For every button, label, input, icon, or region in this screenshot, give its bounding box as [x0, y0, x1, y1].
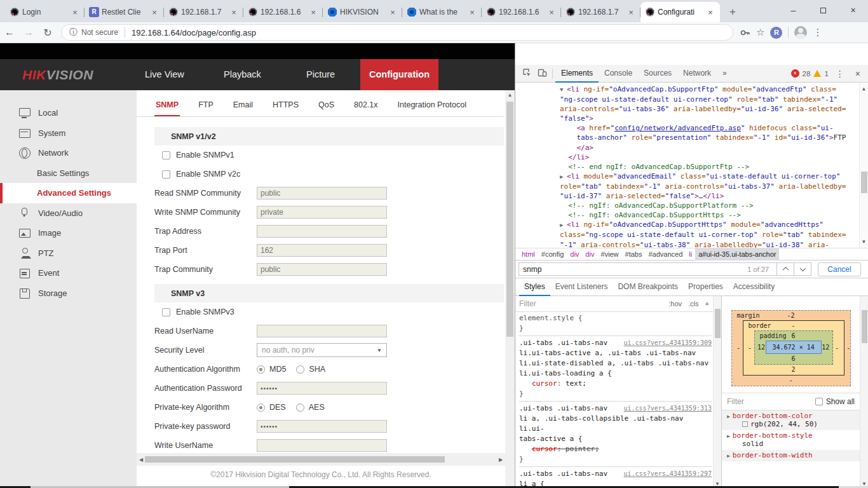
code-line[interactable]: </li>	[560, 152, 858, 162]
css-line[interactable]: ui.css?vers…4341359:309.ui-tabs .ui-tabs…	[519, 336, 712, 348]
minimize-button[interactable]: –	[778, 0, 808, 20]
breadcrumb-item[interactable]: #view	[597, 248, 621, 261]
content-tab[interactable]: FTP	[197, 100, 215, 116]
show-all-checkbox[interactable]	[815, 398, 823, 405]
code-line[interactable]: "ui-id-37" aria-selected="false">…</li>	[560, 191, 858, 201]
code-line[interactable]: <!-- ngIf: oAdvancedCap.bSupportPlatform…	[560, 201, 858, 210]
nav-live-view[interactable]: Live View	[145, 59, 184, 90]
warning-badge-icon[interactable]	[813, 70, 821, 77]
hov-toggle[interactable]: :hov	[668, 300, 682, 308]
enable-snmpv1-checkbox[interactable]	[162, 151, 170, 159]
new-style-rule-button[interactable]: +	[705, 300, 709, 308]
sidebar-item[interactable]: PTZ	[0, 243, 137, 264]
tab-close-icon[interactable]: ×	[705, 8, 715, 17]
breadcrumb-item[interactable]: html	[519, 248, 538, 261]
inspect-element-icon[interactable]	[519, 68, 534, 79]
browser-tab[interactable]: HIKVISION ×	[323, 2, 402, 22]
content-tab[interactable]: 802.1x	[353, 100, 379, 116]
sidebar-item[interactable]: Video/Audio	[0, 203, 137, 224]
styles-filter-input[interactable]: Filter	[519, 299, 668, 308]
devtools-tab[interactable]: Console	[599, 65, 638, 83]
disclosure-arrow-icon[interactable]: ▶	[727, 433, 730, 439]
field-input[interactable]	[257, 225, 387, 238]
css-line[interactable]: cursor: text;	[519, 379, 712, 389]
maximize-button[interactable]	[808, 0, 838, 20]
devtools-menu-icon[interactable]: ⋮	[832, 69, 848, 79]
horizontal-scroll-thumb[interactable]	[145, 456, 445, 463]
field-input[interactable]	[257, 244, 387, 257]
privkey-aes-radio[interactable]	[296, 403, 304, 412]
code-line[interactable]: class="ng-scope ui-state-default ui-corn…	[560, 230, 858, 240]
devtools-close-icon[interactable]: ×	[851, 69, 864, 79]
device-toolbar-icon[interactable]	[534, 68, 550, 79]
nav-picture[interactable]: Picture	[306, 59, 335, 90]
write-username-input[interactable]	[257, 439, 387, 452]
css-line[interactable]: element.style {	[519, 313, 712, 323]
sidebar-item[interactable]: System	[0, 123, 137, 144]
css-line[interactable]: ui.css?vers…4341359:297.ui-tabs .ui-tabs…	[519, 466, 712, 479]
auth-sha-radio[interactable]	[296, 365, 304, 374]
computed-scroll-thumb[interactable]	[862, 310, 867, 343]
code-line[interactable]: ▶<li ng-if="oAdvancedCap.bSupportHttps" …	[560, 220, 858, 230]
breadcrumb-item[interactable]: li	[686, 248, 695, 261]
security-chip[interactable]: ⓘ Not secure	[69, 27, 118, 38]
search-next-button[interactable]	[794, 262, 811, 276]
code-line[interactable]: "-1" aria-controls="ui-tabs-38" aria-lab…	[560, 240, 858, 248]
devtools-tab[interactable]: Sources	[638, 65, 677, 83]
css-line[interactable]: li.ui-tabs-active a, .ui-tabs .ui-tabs-n…	[519, 348, 712, 358]
computed-filter-input[interactable]: Filter	[727, 397, 815, 406]
browser-tab[interactable]: 192.168.1.7 ×	[561, 2, 641, 22]
scroll-down-icon[interactable]: ▼	[860, 237, 868, 247]
code-line[interactable]: <a href="config/network/advancedFtp.asp"…	[560, 123, 858, 133]
code-line[interactable]: </a>	[560, 143, 858, 152]
css-line[interactable]: }	[519, 454, 712, 464]
box-model-diagram[interactable]: margin-2 - border- - padding6	[731, 310, 851, 386]
styles-scrollbar[interactable]: ▼	[713, 296, 721, 488]
auth-password-input[interactable]	[257, 382, 387, 395]
content-tab[interactable]: SNMP	[154, 100, 180, 116]
tab-close-icon[interactable]: ×	[388, 8, 398, 17]
elements-tree[interactable]: ▼<li ng-if="oAdvancedCap.bSupportFtp" mo…	[515, 83, 868, 248]
tab-close-icon[interactable]: ×	[467, 8, 477, 17]
content-tab[interactable]: Email	[232, 100, 254, 116]
privkey-password-input[interactable]	[257, 420, 387, 433]
code-line[interactable]: aria-controls="ui-tabs-36" aria-labelled…	[560, 104, 858, 114]
browser-tab[interactable]: What is the ×	[402, 2, 482, 22]
sidebar-pane-tab[interactable]: Event Listeners	[550, 278, 613, 296]
css-line[interactable]: }	[519, 389, 712, 399]
devtools-tab[interactable]: »	[717, 65, 733, 83]
key-icon[interactable]	[740, 27, 750, 38]
bookmark-star-icon[interactable]: ☆	[756, 27, 764, 38]
sidebar-item[interactable]: Basic Settings	[0, 163, 137, 184]
enable-snmpv3-checkbox[interactable]	[162, 308, 170, 316]
code-line[interactable]: tabs-anchor" role="presentation" tabinde…	[560, 133, 858, 142]
code-line[interactable]: ▶<li module="advancedEmail" class="ui-st…	[560, 172, 858, 182]
breadcrumb-item[interactable]: #tabs	[622, 248, 646, 261]
styles-scroll-thumb[interactable]	[715, 309, 721, 338]
tab-close-icon[interactable]: ×	[308, 8, 318, 17]
extension-avatar[interactable]: R	[770, 27, 782, 39]
code-line[interactable]: "ng-scope ui-state-default ui-corner-top…	[560, 95, 858, 104]
code-line[interactable]: role="tab" tabindex="-1" aria-controls="…	[560, 182, 858, 191]
scroll-left-icon[interactable]: ◀	[137, 457, 146, 463]
search-previous-button[interactable]	[777, 262, 794, 276]
disclosure-arrow-icon[interactable]: ▶	[727, 453, 730, 459]
browser-tab[interactable]: Login ×	[5, 2, 85, 22]
sidebar-pane-tab[interactable]: Properties	[683, 278, 728, 296]
nav-configuration[interactable]: Configuration	[360, 59, 438, 90]
browser-tab[interactable]: Configurati ×	[641, 2, 720, 22]
sidebar-item[interactable]: Network	[0, 143, 137, 163]
devtools-tab[interactable]: Network	[677, 65, 717, 83]
browser-tab[interactable]: 192.168.1.6 ×	[243, 2, 323, 22]
content-horizontal-scrollbar[interactable]: ◀ ▶	[137, 453, 505, 466]
reload-icon[interactable]: ↻	[38, 27, 57, 39]
close-window-button[interactable]: ×	[838, 0, 868, 20]
cls-toggle[interactable]: .cls	[688, 300, 699, 308]
scroll-up-icon[interactable]: ▲	[505, 92, 515, 98]
css-line[interactable]: li a, .ui-tabs-collapsible .ui-tabs-nav …	[519, 414, 712, 434]
computed-property-row[interactable]: ▶border-bottom-color rgb(202, 44, 50)	[722, 410, 860, 430]
sidebar-item[interactable]: Advanced Settings	[0, 183, 137, 203]
sidebar-item[interactable]: Image	[0, 223, 137, 243]
disclosure-arrow-icon[interactable]: ▶	[727, 414, 730, 419]
security-level-select[interactable]: no auth, no priv ▼	[257, 343, 387, 357]
